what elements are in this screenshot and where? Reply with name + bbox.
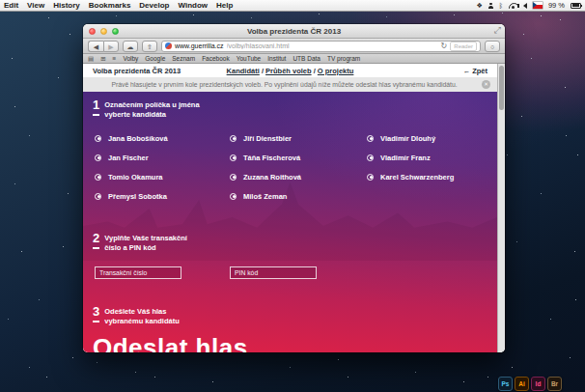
- back-link[interactable]: ← Zpět: [463, 67, 488, 75]
- bookmarks-bar: ▤ ⊞ ≡ Volby Google Seznam Facebook YouTu…: [83, 54, 505, 64]
- close-window-button[interactable]: [89, 28, 96, 35]
- bookmark-utb-data[interactable]: UTB Data: [292, 55, 320, 62]
- reading-list-icon[interactable]: ≡: [113, 55, 117, 62]
- czech-flag-input-icon[interactable]: [533, 2, 543, 9]
- radio-icon[interactable]: [230, 174, 237, 181]
- window-titlebar[interactable]: Volba prezidenta ČR 2013 ⤢: [83, 24, 505, 39]
- candidate-column-3: Vladimír Dlouhý Vladimír Franz Karel Sch…: [367, 128, 454, 186]
- scrollbar[interactable]: [497, 64, 505, 352]
- bookmark-seznam[interactable]: Seznam: [172, 55, 195, 62]
- candidate-option[interactable]: Miloš Zeman: [230, 186, 301, 206]
- battery-percent: 99 %: [548, 1, 565, 10]
- radio-icon[interactable]: [230, 193, 237, 200]
- notice-text: Právě hlasujete v prvním kole prezidents…: [111, 81, 457, 88]
- transaction-number-input[interactable]: [95, 266, 181, 279]
- dock-indesign-icon[interactable]: Id: [531, 377, 545, 391]
- page-header: Volba prezidenta ČR 2013 Kandidáti / Prů…: [83, 64, 497, 77]
- step-2-number: 2: [93, 233, 99, 249]
- user-account-icon[interactable]: [488, 3, 493, 9]
- dock-photoshop-icon[interactable]: Ps: [498, 377, 513, 391]
- pin-code-input[interactable]: [230, 266, 317, 279]
- menu-extra-icon[interactable]: ❖: [476, 2, 482, 9]
- nav-o-projektu-link[interactable]: O projektu: [318, 67, 354, 75]
- browser-window: Volba prezidenta ČR 2013 ⤢ ◀ ▶ ☁ ⇧ www.g…: [83, 24, 505, 352]
- share-button[interactable]: ⇧: [142, 41, 157, 52]
- step-3: 3 Odešlete Váš hlas vybranému kandidátu: [93, 306, 180, 325]
- bookmark-volby[interactable]: Volby: [123, 55, 138, 62]
- nav-separator: /: [314, 67, 316, 75]
- notice-close-icon[interactable]: ✕: [482, 80, 490, 89]
- bookmark-tv-program[interactable]: TV program: [327, 55, 360, 62]
- candidate-option[interactable]: Přemysl Sobotka: [95, 186, 168, 206]
- radio-icon[interactable]: [230, 135, 237, 142]
- candidate-option[interactable]: Jan Fischer: [95, 148, 168, 167]
- voting-content: 1 Označením políčka u jména vyberte kand…: [83, 92, 497, 352]
- bluetooth-icon[interactable]: ᛒ: [499, 2, 503, 9]
- top-sites-icon[interactable]: ⊞: [100, 55, 105, 63]
- menu-window[interactable]: Window: [178, 1, 208, 10]
- back-button[interactable]: ◀: [88, 41, 103, 52]
- candidate-column-1: Jana Bobošíková Jan Fischer Tomio Okamur…: [95, 128, 168, 206]
- nav-kandidati-link[interactable]: Kandidáti: [227, 67, 260, 75]
- bookmark-facebook[interactable]: Facebook: [202, 55, 230, 62]
- step-1-line2: vyberte kandidáta: [104, 110, 166, 119]
- step-2-line2: číslo a PIN kód: [104, 243, 155, 252]
- candidate-option[interactable]: Zuzana Roithová: [230, 167, 301, 186]
- url-host: www.guerrilla.cz: [175, 42, 224, 49]
- window-title: Volba prezidenta ČR 2013: [247, 27, 341, 36]
- dock-bridge-icon[interactable]: Br: [547, 377, 562, 391]
- radio-icon[interactable]: [367, 135, 374, 142]
- radio-icon[interactable]: [95, 154, 101, 161]
- address-bar[interactable]: www.guerrilla.cz /volby/hlasovani.html ↻…: [161, 41, 481, 52]
- reader-button[interactable]: Reader: [450, 42, 477, 51]
- radio-icon[interactable]: [95, 135, 101, 142]
- bookmark-institut[interactable]: Institut: [267, 55, 286, 62]
- menu-history[interactable]: History: [53, 1, 80, 10]
- bookmark-google[interactable]: Google: [145, 55, 165, 62]
- radio-icon[interactable]: [95, 193, 101, 200]
- menu-items: Edit View History Bookmarks Develop Wind…: [4, 1, 233, 10]
- radio-icon[interactable]: [367, 154, 374, 161]
- wifi-icon[interactable]: [509, 3, 517, 9]
- new-tab-button[interactable]: ○: [485, 41, 500, 52]
- candidate-option[interactable]: Jiří Dienstbier: [230, 128, 301, 148]
- nav-prubeh-voleb-link[interactable]: Průběh voleb: [265, 67, 312, 75]
- step-2: 2 Vyplňte Vaše transakční číslo a PIN kó…: [93, 233, 187, 252]
- candidate-option[interactable]: Táňa Fischerová: [230, 148, 301, 167]
- bookmark-youtube[interactable]: YouTube: [237, 55, 262, 62]
- candidate-option[interactable]: Vladimír Dlouhý: [367, 128, 454, 148]
- submit-heading[interactable]: Odeslat hlas: [93, 333, 248, 352]
- traffic-lights: [89, 28, 119, 35]
- url-path: /volby/hlasovani.html: [227, 42, 438, 49]
- dock: Ps Ai Id Br: [498, 377, 562, 391]
- radio-icon[interactable]: [367, 174, 374, 181]
- candidate-option[interactable]: Tomio Okamura: [95, 167, 168, 186]
- candidate-option[interactable]: Vladimír Franz: [367, 148, 454, 167]
- reload-icon[interactable]: ↻: [441, 42, 448, 50]
- menu-develop[interactable]: Develop: [139, 1, 169, 10]
- volume-icon[interactable]: [523, 3, 527, 9]
- menu-bookmarks[interactable]: Bookmarks: [89, 1, 131, 10]
- battery-icon[interactable]: [571, 3, 581, 9]
- dock-illustrator-icon[interactable]: Ai: [515, 377, 529, 391]
- forward-button[interactable]: ▶: [103, 41, 119, 52]
- bookmarks-book-icon[interactable]: ▤: [88, 55, 94, 63]
- step-3-line1: Odešlete Váš hlas: [104, 307, 166, 316]
- menu-edit[interactable]: Edit: [4, 1, 18, 10]
- candidate-column-2: Jiří Dienstbier Táňa Fischerová Zuzana R…: [230, 128, 301, 206]
- menu-help[interactable]: Help: [216, 1, 233, 10]
- icloud-tabs-button[interactable]: ☁: [123, 41, 138, 52]
- candidate-option[interactable]: Karel Schwarzenberg: [367, 167, 454, 186]
- menu-view[interactable]: View: [27, 1, 44, 10]
- scrollbar-thumb[interactable]: [499, 66, 504, 110]
- step-1-line1: Označením políčka u jména: [104, 100, 199, 109]
- step-2-line1: Vyplňte Vaše transakční: [104, 234, 187, 242]
- radio-icon[interactable]: [230, 154, 237, 161]
- radio-icon[interactable]: [95, 174, 101, 181]
- candidate-option[interactable]: Jana Bobošíková: [95, 128, 168, 148]
- page-title: Volba prezidenta ČR 2013: [93, 67, 181, 75]
- fullscreen-icon[interactable]: ⤢: [494, 25, 501, 36]
- zoom-window-button[interactable]: [112, 28, 119, 35]
- minimize-window-button[interactable]: [100, 28, 107, 35]
- step-3-number: 3: [93, 306, 99, 322]
